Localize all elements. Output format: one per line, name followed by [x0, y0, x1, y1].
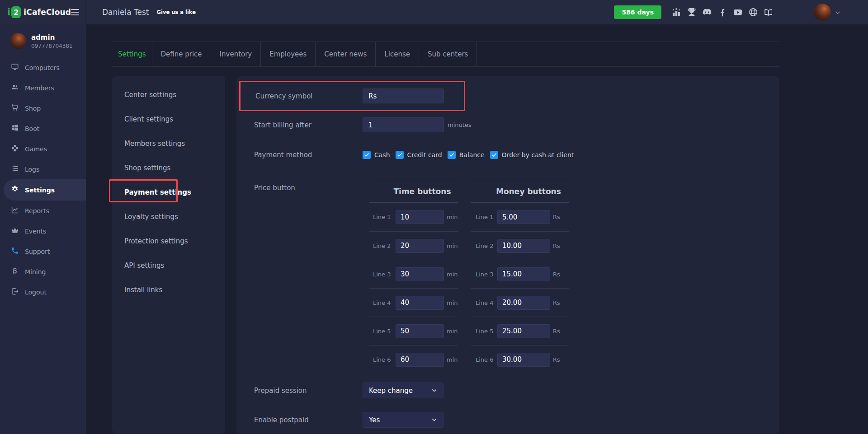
phone-icon — [11, 247, 19, 256]
menu-item-loyalty-settings[interactable]: Loyalty settings — [112, 205, 225, 229]
main-content: Settings Define price Inventory Employee… — [86, 24, 868, 434]
chevron-down-icon — [431, 387, 437, 393]
members-icon — [11, 83, 19, 93]
chart-line-icon — [11, 206, 19, 215]
money-row-2: Line 2 Rs — [471, 231, 569, 260]
checkbox-checked-icon[interactable] — [490, 151, 498, 159]
money-line-4-input[interactable] — [497, 296, 550, 310]
admin-avatar[interactable] — [10, 33, 26, 49]
checkbox-cash[interactable]: Cash — [363, 151, 390, 159]
currency-symbol-label: Currency symbol — [255, 92, 363, 100]
time-row-6: Line 6 min — [369, 345, 458, 373]
menu-item-install-links[interactable]: Install links — [112, 278, 225, 302]
start-billing-label: Start billing after — [254, 121, 363, 129]
menu-item-api-settings[interactable]: API settings — [112, 253, 225, 278]
tab-inventory[interactable]: Inventory — [211, 42, 261, 66]
enable-postpaid-select[interactable]: Yes — [363, 412, 443, 428]
start-billing-row: Start billing after minutes — [236, 117, 779, 132]
sidebar-item-support[interactable]: Support — [0, 241, 86, 261]
prepaid-session-select[interactable]: Keep change — [363, 383, 443, 398]
menu-item-payment-settings[interactable]: Payment settings — [112, 180, 225, 205]
profile-name: admin — [31, 33, 73, 42]
topbar: i 2 iCafeCloud Daniela Test Give us a li… — [0, 0, 868, 24]
sidebar-item-members[interactable]: Members — [0, 78, 86, 98]
money-buttons-table: Money buttons Line 1 Rs Line 2 Rs L — [471, 180, 569, 373]
prepaid-session-label: Prepaid session — [254, 387, 363, 395]
sidebar-nav: Computers Members Shop Boot Games Logs S… — [0, 57, 86, 302]
globe-icon[interactable] — [748, 7, 758, 17]
trophy-icon[interactable] — [687, 7, 697, 17]
tab-license[interactable]: License — [376, 42, 419, 66]
sidebar: admin 097778704381 Computers Members Sho… — [0, 24, 86, 434]
time-line-5-input[interactable] — [396, 324, 444, 338]
license-days-badge[interactable]: 586 days — [614, 5, 661, 19]
ranking-podium-icon[interactable] — [671, 7, 681, 17]
checkbox-balance[interactable]: Balance — [448, 151, 485, 159]
sidebar-item-shop[interactable]: Shop — [0, 98, 86, 118]
sidebar-item-logout[interactable]: Logout — [0, 282, 86, 302]
logout-icon — [11, 287, 19, 297]
menu-item-center-settings[interactable]: Center settings — [112, 83, 225, 107]
checkbox-checked-icon[interactable] — [448, 151, 456, 159]
minutes-unit-label: minutes — [448, 121, 472, 128]
checkbox-credit-card[interactable]: Credit card — [396, 151, 442, 159]
sidebar-item-boot[interactable]: Boot — [0, 118, 86, 139]
time-line-4-input[interactable] — [396, 296, 444, 310]
give-us-a-like-link[interactable]: Give us a like — [157, 9, 196, 15]
start-billing-input[interactable] — [363, 117, 444, 132]
chevron-down-icon — [431, 417, 437, 423]
discord-icon[interactable] — [702, 7, 712, 17]
tab-employees[interactable]: Employees — [261, 42, 316, 66]
windows-icon — [11, 124, 19, 133]
sidebar-item-logs[interactable]: Logs — [0, 159, 86, 179]
tab-settings[interactable]: Settings — [112, 42, 152, 66]
enable-postpaid-row: Enable postpaid Yes — [236, 412, 779, 428]
youtube-icon[interactable] — [733, 7, 743, 17]
menu-item-protection-settings[interactable]: Protection settings — [112, 229, 225, 253]
tab-center-news[interactable]: Center news — [316, 42, 376, 66]
money-line-2-input[interactable] — [497, 239, 550, 253]
payment-method-label: Payment method — [254, 151, 363, 159]
money-line-3-input[interactable] — [497, 267, 550, 281]
brand-name: iCafeCloud — [24, 8, 71, 17]
money-row-3: Line 3 Rs — [471, 260, 569, 288]
docs-book-icon[interactable] — [764, 7, 774, 17]
tab-define-price[interactable]: Define price — [152, 42, 211, 66]
monitor-icon — [11, 63, 19, 72]
money-row-1: Line 1 Rs — [471, 203, 569, 231]
payment-method-row: Payment method Cash Credit card Balance … — [236, 150, 779, 159]
facebook-icon[interactable] — [717, 7, 727, 17]
sidebar-item-reports[interactable]: Reports — [0, 201, 86, 221]
money-row-6: Line 6 Rs — [471, 345, 569, 373]
time-line-3-input[interactable] — [396, 267, 444, 281]
sidebar-item-settings[interactable]: Settings — [4, 179, 86, 201]
currency-symbol-input[interactable] — [363, 89, 444, 103]
price-button-tables: Time buttons Line 1 min Line 2 min — [369, 180, 569, 373]
gear-icon — [11, 185, 19, 195]
sidebar-item-games[interactable]: Games — [0, 139, 86, 159]
money-line-1-input[interactable] — [497, 210, 550, 224]
checkbox-checked-icon[interactable] — [363, 151, 371, 159]
money-row-5: Line 5 Rs — [471, 317, 569, 345]
time-line-2-input[interactable] — [396, 239, 444, 253]
tab-sub-centers[interactable]: Sub centers — [419, 42, 477, 66]
sidebar-item-computers[interactable]: Computers — [0, 57, 86, 78]
sidebar-item-events[interactable]: Events — [0, 221, 86, 241]
checkbox-checked-icon[interactable] — [396, 151, 404, 159]
checkbox-order-by-cash-at-client[interactable]: Order by cash at client — [490, 151, 574, 159]
money-line-5-input[interactable] — [497, 324, 550, 338]
hamburger-menu-icon[interactable] — [71, 7, 79, 17]
chevron-down-icon[interactable] — [835, 9, 841, 15]
user-avatar[interactable] — [814, 4, 831, 21]
menu-item-client-settings[interactable]: Client settings — [112, 107, 225, 131]
price-button-label: Price button — [254, 180, 363, 192]
settings-menu-card: Center settings Client settings Members … — [112, 76, 225, 434]
time-line-1-input[interactable] — [396, 210, 444, 224]
cart-icon — [11, 103, 19, 113]
time-line-6-input[interactable] — [396, 353, 444, 367]
menu-item-members-settings[interactable]: Members settings — [112, 131, 225, 156]
menu-item-shop-settings[interactable]: Shop settings — [112, 156, 225, 180]
sidebar-item-mining[interactable]: Mining — [0, 261, 86, 282]
brand-logo-square-icon: 2 — [11, 6, 21, 18]
money-line-6-input[interactable] — [497, 353, 550, 367]
